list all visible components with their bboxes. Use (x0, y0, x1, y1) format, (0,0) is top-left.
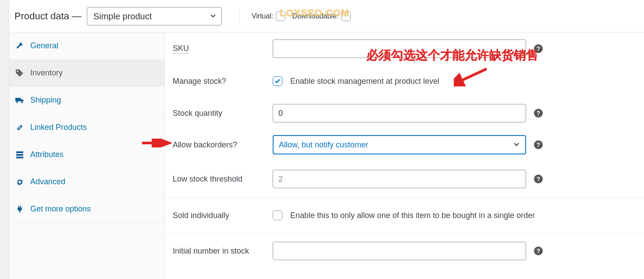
panel-title: Product data — (14, 11, 82, 22)
tab-attributes[interactable]: Attributes (9, 141, 164, 168)
inventory-form: SKU ? Manage stock? Enable stock managem… (165, 32, 644, 268)
row-manage-stock: Manage stock? Enable stock management at… (165, 65, 644, 97)
low-stock-input[interactable] (273, 170, 526, 188)
tab-label: General (30, 41, 58, 50)
virtual-label: Virtual: (252, 12, 274, 20)
downloadable-option[interactable]: Downloadable: (292, 11, 351, 21)
tab-linked-products[interactable]: Linked Products (9, 114, 164, 141)
tab-label: Shipping (30, 96, 61, 105)
row-initial-stock: Initial number in stock ? (165, 233, 644, 268)
help-icon[interactable]: ? (534, 109, 543, 118)
tab-label: Attributes (30, 150, 64, 159)
downloadable-checkbox[interactable] (341, 11, 351, 21)
truck-icon (15, 97, 24, 104)
help-icon[interactable]: ? (534, 175, 543, 183)
row-low-stock: Low stock threshold ? (165, 161, 644, 197)
product-type-select[interactable]: Simple product (87, 7, 222, 25)
wrench-icon (15, 43, 24, 50)
link-icon (15, 124, 24, 131)
gear-icon (15, 179, 24, 186)
tag-icon (15, 69, 24, 77)
tab-shipping[interactable]: Shipping (9, 87, 164, 114)
tab-inventory[interactable]: Inventory (9, 60, 164, 87)
low-stock-label: Low stock threshold (173, 175, 273, 184)
row-allow-backorders: Allow backorders? Allow, but notify cust… (165, 129, 644, 161)
manage-stock-text: Enable stock management at product level (290, 77, 439, 86)
tab-label: Get more options (30, 204, 91, 214)
initial-stock-input[interactable] (273, 242, 526, 260)
annotation-text: 必须勾选这个才能允许缺货销售 (366, 47, 538, 64)
manage-stock-label: Manage stock? (173, 77, 273, 86)
stock-qty-input[interactable] (273, 104, 526, 122)
tab-label: Inventory (30, 68, 63, 78)
sold-individually-text: Enable this to only allow one of this it… (290, 211, 535, 220)
sold-individually-label: Sold individually (173, 211, 273, 220)
help-icon[interactable]: ? (534, 247, 543, 255)
initial-stock-label: Initial number in stock (173, 247, 273, 256)
stock-qty-label: Stock quantity (173, 109, 273, 118)
virtual-checkbox[interactable] (276, 11, 285, 21)
tab-general[interactable]: General (9, 32, 164, 60)
help-icon[interactable]: ? (534, 140, 543, 149)
tabs-sidebar: General Inventory Shipping Linked Produc… (9, 32, 165, 279)
manage-stock-checkbox[interactable] (273, 76, 282, 86)
sold-individually-checkbox[interactable] (273, 211, 282, 220)
plug-icon (15, 206, 24, 213)
downloadable-label: Downloadable: (292, 12, 338, 20)
tab-get-more-options[interactable]: Get more options (9, 196, 164, 223)
backorders-label: Allow backorders? (173, 140, 273, 150)
backorders-select[interactable]: Allow, but notify customer (273, 135, 526, 154)
tab-label: Linked Products (30, 123, 87, 132)
row-stock-quantity: Stock quantity ? (165, 97, 644, 129)
sku-label: SKU (173, 44, 273, 54)
panel-header: Product data — Simple product Virtual: D… (9, 0, 644, 32)
row-sold-individually: Sold individually Enable this to only al… (165, 198, 644, 233)
header-options: Virtual: Downloadable: LOXSEO.COM (239, 8, 351, 24)
product-data-panel: Product data — Simple product Virtual: D… (9, 0, 644, 279)
tab-label: Advanced (30, 177, 65, 186)
list-icon (15, 151, 24, 158)
virtual-option[interactable]: Virtual: (252, 11, 286, 21)
divider (239, 8, 240, 24)
tab-advanced[interactable]: Advanced (9, 168, 164, 196)
